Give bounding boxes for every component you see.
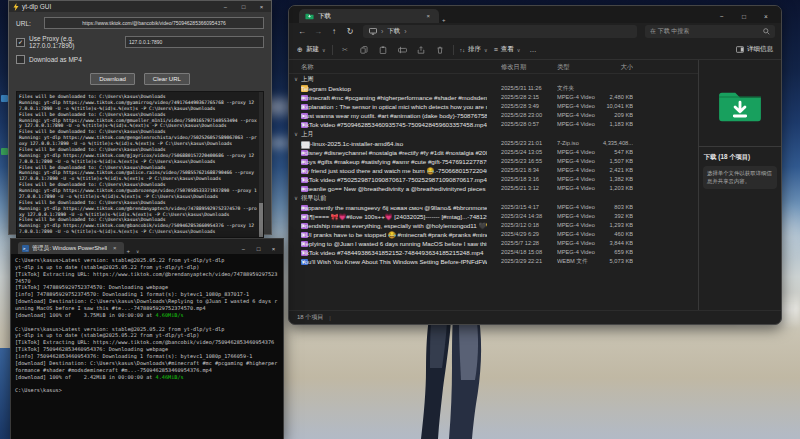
breadcrumb[interactable]: › 下载 ›: [363, 25, 637, 38]
file-name[interactable]: #disney #disneychannel #nostalgia #recti…: [301, 148, 487, 157]
crumb-separator: ›: [404, 28, 406, 35]
sort-button[interactable]: ↑↓ 排序 ∨: [460, 45, 488, 54]
desktop-icon-fragment[interactable]: [1, 148, 8, 155]
file-name[interactable]: Telegram Desktop: [301, 84, 487, 93]
close-button[interactable]: ×: [755, 9, 777, 23]
file-row[interactable]: #minecraft #mc #pcgaming #higherperforma…: [289, 93, 698, 102]
file-name[interactable]: Replying to @Juan I wasted 6 days runnin…: [301, 239, 487, 248]
file-row[interactable]: TikTok video #7502529871090870617-750252…: [289, 175, 698, 184]
file-name[interactable]: #toys #gifts #makeup #satisfying #asmr #…: [301, 157, 487, 166]
file-name[interactable]: Explanation：The sensor in optical mici w…: [301, 102, 487, 111]
file-size: 1,183 KB: [581, 120, 633, 129]
details-pane-toggle[interactable]: 详细信息: [736, 45, 773, 54]
terminal-tab[interactable]: >_ 管理员: Windows PowerShell ×: [18, 242, 124, 254]
url-input[interactable]: https://www.tiktok.com/@bancobik/video/7…: [44, 17, 264, 29]
file-row[interactable]: kali-linux-2025.1c-installer-amd64.iso 2…: [289, 139, 698, 148]
file-name[interactable]: TikTok video #7502529871090870617-750252…: [301, 175, 487, 184]
file-name[interactable]: kali-linux-2025.1c-installer-amd64.iso: [301, 139, 487, 148]
terminal-titlebar[interactable]: >_ 管理员: Windows PowerShell × + ∨ − □ ×: [11, 239, 283, 254]
terminal-line: [download] Destination: C:\Users\kasus\D…: [15, 298, 279, 312]
file-name[interactable]: #minecraft #mc #pcgaming #higherperforma…: [301, 93, 487, 102]
file-name[interactable]: TikTok video #748449386341852152-7484493…: [301, 248, 487, 257]
group-chevron-icon: ∨: [294, 195, 298, 201]
file-name[interactable]: DUI pranks have to be stopped 😂 #minecra…: [301, 230, 487, 239]
close-button[interactable]: ×: [254, 1, 269, 12]
file-name[interactable]: I just wanna wear my outfit. #art #anima…: [301, 111, 487, 120]
view-button[interactable]: ≡ 查看 ∨: [494, 45, 521, 54]
proxy-input[interactable]: 127.0.0.1:7890: [125, 36, 264, 48]
file-row[interactable]: TikTok video #7509462853460935745-750942…: [289, 120, 698, 129]
group-header[interactable]: ∨上周: [289, 74, 698, 84]
cut-button[interactable]: ✂: [339, 46, 352, 54]
tab-close-icon[interactable]: ×: [423, 13, 433, 19]
file-row[interactable]: #meanlie go== New @breathedivinity a @br…: [289, 184, 698, 193]
clear-url-button[interactable]: Clear URL: [144, 73, 190, 85]
file-row[interactable]: Explanation：The sensor in optical mici w…: [289, 102, 698, 111]
group-header[interactable]: ∨很早以前: [289, 193, 698, 203]
file-name[interactable]: You'll Wish You Knew About This Windows …: [301, 257, 487, 266]
explorer-tabbar[interactable]: 下载 × + − □ ×: [289, 6, 781, 23]
new-button[interactable]: ⊕ 新建 ∨: [297, 45, 326, 54]
breadcrumb-location[interactable]: 下载: [387, 27, 400, 36]
maximize-button[interactable]: □: [733, 9, 755, 23]
tab-close-icon[interactable]: ×: [110, 245, 120, 251]
close-button[interactable]: ×: [266, 243, 281, 254]
up-button[interactable]: ↑: [327, 27, 341, 36]
forward-button[interactable]: →: [311, 27, 325, 36]
share-button[interactable]: [415, 46, 428, 54]
file-row[interactable]: [♥]|¶|==== 🎀💗#ilove 100s++💗 [24032025]--…: [289, 212, 698, 221]
download-button[interactable]: Download: [90, 73, 135, 85]
refresh-button[interactable]: ↻: [343, 27, 357, 36]
file-row[interactable]: I just wanna wear my outfit. #art #anima…: [289, 111, 698, 120]
more-options-button[interactable]: …: [526, 46, 539, 53]
column-header-date[interactable]: 修改日期: [501, 61, 555, 73]
file-name[interactable]: TikTok video #7509462853460935745-750942…: [301, 120, 487, 129]
maximize-button[interactable]: □: [236, 1, 251, 12]
file-row[interactable]: #toys #gifts #makeup #satisfying #asmr #…: [289, 157, 698, 166]
column-header-name[interactable]: 名称: [301, 61, 487, 73]
file-name[interactable]: My friend just stood there and watch me …: [301, 166, 487, 175]
file-date: 2025/5/7 12:28: [501, 239, 555, 248]
paste-button[interactable]: [377, 46, 390, 54]
terminal-line: [TikTok] Extracting URL: https://www.tik…: [15, 339, 279, 346]
ytdlp-gui-titlebar[interactable]: yt-dlp GUI − □ ×: [9, 1, 271, 12]
search-box[interactable]: 在 下载 中搜索: [645, 25, 775, 38]
rename-button[interactable]: [396, 46, 409, 54]
back-button[interactable]: ←: [295, 27, 309, 36]
file-date: 2025/5/31 11:26: [501, 84, 555, 93]
log-line: Running: yt-dlp https://www.tiktok.com/@…: [19, 153, 257, 165]
file-name[interactable]: #apparently the manusgeevy бij новая смо…: [301, 203, 487, 212]
file-row[interactable]: Friendship means everything, especially …: [289, 221, 698, 230]
file-row[interactable]: Telegram Desktop 2025/5/31 11:26 文件夹: [289, 84, 698, 93]
file-row[interactable]: DUI pranks have to be stopped 😂 #minecra…: [289, 230, 698, 239]
file-date: 2025/5/21 3:12: [501, 184, 555, 193]
file-row[interactable]: Replying to @Juan I wasted 6 days runnin…: [289, 239, 698, 248]
search-input[interactable]: 在 下载 中搜索: [650, 27, 760, 36]
file-row[interactable]: TikTok video #748449386341852152-7484493…: [289, 248, 698, 257]
file-row[interactable]: My friend just stood there and watch me …: [289, 166, 698, 175]
column-header-size[interactable]: 大小: [581, 61, 633, 73]
terminal-output[interactable]: C:\Users\kasus>Latest version: stable@20…: [11, 254, 283, 439]
group-header[interactable]: ∨上月: [289, 129, 698, 139]
file-row[interactable]: #disney #disneychannel #nostalgia #recti…: [289, 148, 698, 157]
delete-button[interactable]: [434, 46, 447, 54]
log-scrollbar[interactable]: [259, 92, 263, 237]
file-name[interactable]: #meanlie go== New @breathedivinity a @br…: [301, 184, 487, 193]
file-name[interactable]: Friendship means everything, especially …: [301, 221, 487, 230]
minimize-button[interactable]: −: [236, 243, 251, 254]
file-row[interactable]: You'll Wish You Knew About This Windows …: [289, 257, 698, 266]
file-row[interactable]: #apparently the manusgeevy бij новая смо…: [289, 203, 698, 212]
file-date: 2025/5/28 0:57: [501, 120, 555, 129]
desktop-wallpaper: yt-dlp GUI − □ × URL: https://www.tiktok…: [0, 0, 800, 439]
log-scrollbar-thumb[interactable]: [259, 203, 263, 237]
proxy-checkbox[interactable]: ✓: [16, 38, 25, 47]
wallpaper-anime-character-legs: [417, 318, 487, 439]
copy-button[interactable]: [358, 46, 371, 54]
minimize-button[interactable]: −: [711, 9, 733, 23]
mp4-checkbox[interactable]: [16, 55, 25, 64]
desktop-icon-fragment[interactable]: [1, 95, 8, 102]
file-name[interactable]: [♥]|¶|==== 🎀💗#ilove 100s++💗 [24032025]--…: [301, 212, 487, 221]
maximize-button[interactable]: □: [251, 243, 266, 254]
explorer-tab[interactable]: 下载 ×: [299, 9, 439, 23]
minimize-button[interactable]: −: [218, 1, 233, 12]
